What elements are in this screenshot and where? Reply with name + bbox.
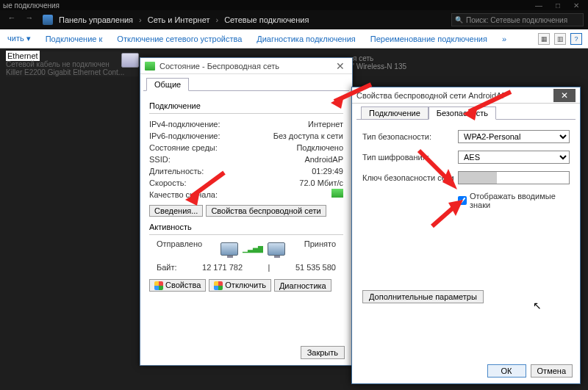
view-icon[interactable]: ▦ <box>538 33 550 45</box>
status-dialog-titlebar: Состояние - Беспроводная сеть ✕ <box>140 58 352 74</box>
adapter-title: Ethernet <box>6 51 40 61</box>
key-label: Ключ безопасности сети <box>362 173 458 182</box>
minimize-button[interactable]: — <box>535 1 542 10</box>
kv-duration: Длительность:01:29:49 <box>149 165 343 177</box>
status-dialog-close[interactable]: ✕ <box>333 60 348 72</box>
help-icon[interactable]: ? <box>570 33 582 45</box>
tab-connection[interactable]: Подключение <box>361 106 429 119</box>
kv-ipv4: IPv4-подключение:Интернет <box>149 118 343 130</box>
search-box[interactable]: 🔍 Поиск: Сетевые подключения <box>451 13 584 26</box>
ethernet-icon <box>121 53 139 68</box>
breadcrumb-bar: ← → Панель управления › Сеть и Интернет … <box>0 10 588 29</box>
cmd-link-3[interactable]: Диагностика подключения <box>249 35 362 43</box>
encryption-select[interactable]: AES <box>458 151 570 164</box>
show-characters-label: Отображать вводимые знаки <box>470 192 570 209</box>
bytes-sent: 12 171 782 <box>202 263 243 272</box>
wifi-adapter-bg: я сеть ' Wireless-N 135 <box>353 54 419 84</box>
wireless-properties-button[interactable]: Свойства беспроводной сети <box>206 205 326 217</box>
command-bar: чить ▾ Подключение к Отключение сетевого… <box>0 29 588 48</box>
cmd-link-4[interactable]: Переименование подключения <box>363 35 495 43</box>
crumb-1[interactable]: Сеть и Интернет <box>148 15 210 24</box>
nav-forward-button[interactable]: → <box>22 13 37 26</box>
kv-speed: Скорость:72.0 Мбит/с <box>149 177 343 189</box>
activity-group-title: Активность <box>149 223 343 231</box>
bytes-label: Байт: <box>157 263 177 272</box>
properties-dialog-titlebar: Свойства беспроводной сети AndroidAP ✕ <box>352 87 580 104</box>
adapter-desc: Killer E2200 Gigabit Ethernet Cont... <box>6 68 138 76</box>
window-titlebar: ые подключения — □ ✕ <box>0 0 588 10</box>
adapter-status: Сетевой кабель не подключен <box>6 60 138 68</box>
recv-label: Принято <box>304 239 336 259</box>
ethernet-adapter-item[interactable]: Ethernet Сетевой кабель не подключен Kil… <box>6 51 138 76</box>
properties-dialog: Свойства беспроводной сети AndroidAP ✕ П… <box>351 87 581 384</box>
cmd-link-0[interactable]: чить ▾ <box>0 34 38 43</box>
properties-button[interactable]: Свойства <box>149 279 206 292</box>
crumb-0[interactable]: Панель управления <box>59 15 133 24</box>
kv-ssid: SSID:AndroidAP <box>149 154 343 165</box>
cmd-link-1[interactable]: Подключение к <box>38 35 110 43</box>
status-dialog: Состояние - Беспроводная сеть ✕ Общие По… <box>140 57 353 366</box>
diagnose-button[interactable]: Диагностика <box>274 279 331 292</box>
kv-media: Состояние среды:Подключено <box>149 142 343 154</box>
bytes-recv: 51 535 580 <box>295 263 336 272</box>
tab-security[interactable]: Безопасность <box>429 106 496 120</box>
security-type-label: Тип безопасности: <box>362 132 458 141</box>
shield-icon <box>154 281 163 290</box>
shield-icon <box>214 281 223 290</box>
control-panel-icon <box>43 15 53 25</box>
cmd-link-2[interactable]: Отключение сетевого устройства <box>110 35 249 43</box>
nav-back-button[interactable]: ← <box>4 13 19 26</box>
ok-button[interactable]: ОК <box>487 364 526 378</box>
crumb-2[interactable]: Сетевые подключения <box>224 15 309 24</box>
search-icon: 🔍 <box>455 16 463 24</box>
wifi-signal-icon <box>145 62 155 71</box>
maximize-button[interactable]: □ <box>556 1 560 10</box>
kv-ipv6: IPv6-подключение:Без доступа к сети <box>149 130 343 142</box>
show-characters-checkbox[interactable] <box>458 196 467 205</box>
security-key-input[interactable] <box>458 171 570 184</box>
monitor-sent-icon <box>220 242 238 256</box>
properties-dialog-title: Свойства беспроводной сети AndroidAP <box>356 91 507 100</box>
properties-dialog-close[interactable]: ✕ <box>553 89 576 102</box>
kv-signal: Качество сигнала: <box>149 189 343 201</box>
window-title: ые подключения <box>3 1 60 10</box>
cmd-overflow[interactable]: » <box>495 35 514 43</box>
close-button[interactable]: Закрыть <box>301 346 345 359</box>
connection-group-title: Подключение <box>149 101 343 110</box>
tab-general[interactable]: Общие <box>146 78 189 91</box>
close-button[interactable]: ✕ <box>573 1 579 10</box>
signal-bars-icon: ▁▃▅▇ <box>243 245 263 253</box>
cancel-button[interactable]: Отмена <box>531 364 573 378</box>
search-placeholder: Поиск: Сетевые подключения <box>466 16 567 24</box>
disable-button[interactable]: Отключить <box>209 279 271 292</box>
sent-label: Отправлено <box>157 239 202 259</box>
monitor-recv-icon <box>268 242 285 256</box>
status-dialog-title: Состояние - Беспроводная сеть <box>159 62 279 71</box>
layout-icon[interactable]: ▥ <box>554 33 566 45</box>
encryption-label: Тип шифрования: <box>362 153 458 162</box>
advanced-button[interactable]: Дополнительные параметры <box>362 290 484 303</box>
details-button[interactable]: Сведения... <box>149 205 203 217</box>
security-type-select[interactable]: WPA2-Personal <box>458 130 570 143</box>
cursor-icon: ↖ <box>533 300 542 311</box>
